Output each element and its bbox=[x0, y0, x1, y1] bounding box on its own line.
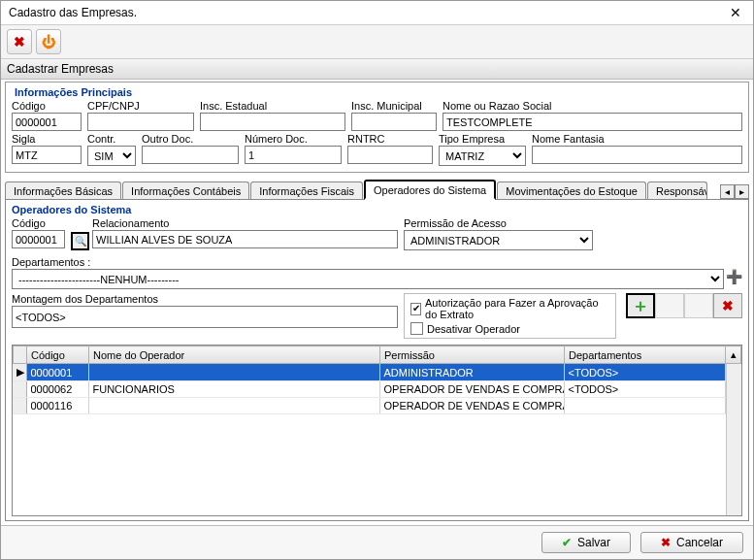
tab-informacoes-basicas[interactable]: Informações Básicas bbox=[5, 181, 121, 199]
label-nome-fantasia: Nome Fantasia bbox=[532, 133, 742, 145]
tab-scroll-right-icon[interactable]: ▸ bbox=[735, 184, 749, 199]
outro-doc-field[interactable] bbox=[142, 146, 239, 164]
label-relacionamento: Relacionamento bbox=[92, 217, 398, 229]
cell-permissao: OPERADOR DE VENDAS E COMPRAS bbox=[379, 381, 564, 398]
search-relacionamento-button[interactable]: 🔍 bbox=[71, 232, 89, 250]
fieldset-legend: Informações Principais bbox=[12, 86, 135, 98]
tab-scroll-left-icon[interactable]: ◂ bbox=[720, 184, 735, 199]
remove-icon: ✖ bbox=[722, 298, 734, 313]
cell-departamentos bbox=[564, 398, 726, 414]
delete-icon: ✖ bbox=[14, 34, 25, 49]
cpf-cnpj-field[interactable] bbox=[87, 113, 194, 131]
power-button[interactable]: ⏻ bbox=[36, 29, 61, 54]
label-cpf-cnpj: CPF/CNPJ bbox=[87, 100, 194, 112]
tab-informacoes-fiscais[interactable]: Informações Fiscais bbox=[250, 181, 363, 199]
sigla-field[interactable] bbox=[12, 146, 82, 164]
desativar-checkbox-row: Desativar Operador bbox=[410, 322, 609, 335]
save-label: Salvar bbox=[577, 536, 610, 549]
cancel-label: Cancelar bbox=[676, 536, 723, 549]
desativar-label: Desativar Operador bbox=[427, 323, 520, 335]
tab-responsavel[interactable]: Responsáv bbox=[647, 181, 707, 199]
cell-departamentos: <TODOS> bbox=[564, 381, 726, 398]
grid-header-scroll[interactable]: ▴ bbox=[726, 346, 741, 364]
label-numero-doc: Número Doc. bbox=[245, 133, 342, 145]
insc-municipal-field[interactable] bbox=[351, 113, 437, 131]
autorizacao-checkbox[interactable]: ✔ bbox=[410, 303, 421, 315]
table-row[interactable]: 0000062FUNCIONARIOSOPERADOR DE VENDAS E … bbox=[13, 381, 726, 398]
numero-doc-field[interactable] bbox=[245, 146, 342, 164]
close-icon[interactable]: ✕ bbox=[726, 5, 745, 20]
grid-rowheader-blank bbox=[14, 346, 27, 364]
cell-permissao: ADMINISTRADOR bbox=[379, 364, 564, 381]
label-departamentos: Departamentos : bbox=[12, 256, 742, 268]
grid-header-row: Código Nome do Operador Permissão Depart… bbox=[14, 346, 741, 364]
footer: ✔ Salvar ✖ Cancelar bbox=[1, 525, 753, 559]
grid-header-nome[interactable]: Nome do Operador bbox=[89, 346, 380, 364]
grid-header-departamentos[interactable]: Departamentos bbox=[565, 346, 726, 364]
tab-informacoes-contabeis[interactable]: Informações Contábeis bbox=[122, 181, 249, 199]
grid-header-permissao[interactable]: Permissão bbox=[380, 346, 565, 364]
operators-grid: Código Nome do Operador Permissão Depart… bbox=[12, 345, 742, 516]
autorizacao-label: Autorização para Fazer a Aprovação do Ex… bbox=[425, 297, 609, 320]
cancel-button[interactable]: ✖ Cancelar bbox=[640, 532, 743, 553]
table-row[interactable]: 0000116OPERADOR DE VENDAS E COMPRAS bbox=[13, 398, 726, 414]
operators-legend: Operadores do Sistema bbox=[12, 204, 742, 215]
tab-scroll: ◂ ▸ bbox=[720, 184, 749, 199]
remove-operator-button[interactable]: ✖ bbox=[713, 293, 742, 318]
window-title: Cadastro das Empresas. bbox=[9, 6, 137, 19]
row-indicator: ▶ bbox=[13, 364, 26, 381]
label-rntrc: RNTRC bbox=[347, 133, 433, 145]
label-insc-municipal: Insc. Municipal bbox=[351, 100, 437, 112]
next-operator-button[interactable] bbox=[684, 293, 713, 318]
prev-operator-button[interactable] bbox=[655, 293, 684, 318]
label-outro-doc: Outro Doc. bbox=[142, 133, 239, 145]
rntrc-field[interactable] bbox=[347, 146, 433, 164]
save-button[interactable]: ✔ Salvar bbox=[541, 532, 631, 553]
permissao-select[interactable]: ADMINISTRADOR bbox=[404, 230, 593, 250]
label-codigo: Código bbox=[12, 100, 82, 112]
desativar-checkbox[interactable] bbox=[410, 322, 423, 335]
titlebar: Cadastro das Empresas. ✕ bbox=[1, 1, 753, 25]
cancel-icon: ✖ bbox=[661, 536, 671, 549]
operator-action-buttons: ＋ ✖ bbox=[626, 293, 742, 318]
montagem-field[interactable] bbox=[12, 306, 398, 328]
cell-nome: FUNCIONARIOS bbox=[88, 381, 379, 398]
cell-nome bbox=[88, 364, 379, 381]
cell-departamentos: <TODOS> bbox=[564, 364, 726, 381]
label-sigla: Sigla bbox=[12, 133, 82, 145]
add-operator-button[interactable]: ＋ bbox=[626, 293, 655, 318]
departamentos-select[interactable]: -----------------------NENHUM--------- bbox=[12, 269, 724, 289]
label-montagem: Montagem dos Departamentos bbox=[12, 293, 398, 305]
label-contr: Contr. bbox=[87, 133, 136, 145]
grid-scrollbar[interactable] bbox=[726, 364, 741, 515]
grid-header-codigo[interactable]: Código bbox=[27, 346, 89, 364]
label-tipo-empresa: Tipo Empresa bbox=[439, 133, 526, 145]
tab-operadores-sistema[interactable]: Operadores do Sistema bbox=[364, 180, 496, 200]
tipo-empresa-select[interactable]: MATRIZ bbox=[439, 146, 526, 166]
row-indicator bbox=[13, 381, 26, 398]
cell-permissao: OPERADOR DE VENDAS E COMPRAS bbox=[379, 398, 564, 414]
contr-select[interactable]: SIM bbox=[87, 146, 136, 166]
op-codigo-field[interactable] bbox=[12, 230, 65, 248]
nome-razao-field[interactable] bbox=[443, 113, 742, 131]
add-dept-icon[interactable]: ➕ bbox=[726, 269, 742, 289]
plus-icon: ＋ bbox=[632, 294, 649, 317]
nome-fantasia-field[interactable] bbox=[532, 146, 742, 164]
label-op-codigo: Código bbox=[12, 217, 65, 229]
tab-body-operadores: Operadores do Sistema Código 🔍 Relaciona… bbox=[5, 200, 749, 521]
toolbar: ✖ ⏻ bbox=[1, 25, 753, 59]
label-insc-estadual: Insc. Estadual bbox=[200, 100, 345, 112]
cell-codigo: 0000001 bbox=[26, 364, 88, 381]
label-nome-razao: Nome ou Razao Social bbox=[443, 100, 742, 112]
cell-codigo: 0000116 bbox=[26, 398, 88, 414]
codigo-field[interactable] bbox=[12, 113, 82, 131]
cell-codigo: 0000062 bbox=[26, 381, 88, 398]
cell-nome bbox=[88, 398, 379, 414]
tab-movimentacoes-estoque[interactable]: Movimentações do Estoque bbox=[497, 181, 646, 199]
row-indicator bbox=[13, 398, 26, 414]
section-header: Cadastrar Empresas bbox=[1, 59, 753, 80]
delete-button[interactable]: ✖ bbox=[7, 29, 32, 54]
insc-estadual-field[interactable] bbox=[200, 113, 345, 131]
relacionamento-field[interactable] bbox=[92, 230, 398, 248]
table-row[interactable]: ▶0000001ADMINISTRADOR<TODOS> bbox=[13, 364, 726, 381]
